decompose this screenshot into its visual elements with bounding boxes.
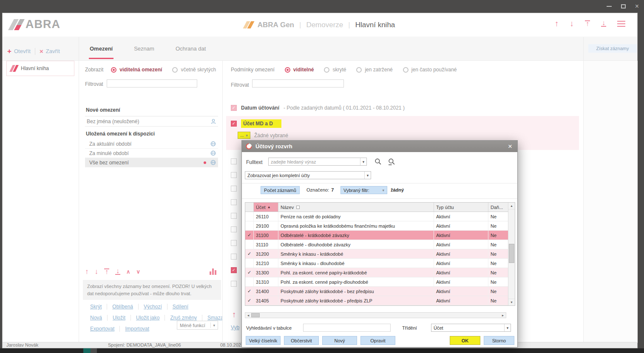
move-top-icon[interactable]: ↑ <box>104 268 109 275</box>
open-button[interactable]: + Otevřít <box>7 48 31 55</box>
tab[interactable]: Omezení <box>90 37 113 60</box>
condition-checkbox[interactable] <box>231 281 237 287</box>
check-column-header[interactable] <box>245 203 254 212</box>
account-picker-button[interactable]: ... ▾ <box>238 132 250 139</box>
radio-option[interactable]: viditelné <box>285 67 314 73</box>
move-down-icon[interactable]: ↓ <box>95 268 99 275</box>
radio-option[interactable]: jen často používané <box>403 67 457 73</box>
table-row[interactable]: ✓ 31200 Směnky k inkasu - krátkodobé Akt… <box>245 249 508 259</box>
table-row[interactable]: 26110 Peníze na cestě do pokladny Aktivn… <box>245 212 508 221</box>
menu-icon[interactable] <box>617 21 625 27</box>
table-row[interactable]: ✓ 31405 Poskytnuté zálohy krátkodobé - p… <box>245 296 508 305</box>
last-record-icon[interactable]: ↓ <box>601 20 606 27</box>
sidebar-item-hlavni-kniha[interactable]: Hlavní kniha <box>6 61 74 76</box>
condition-checkbox[interactable] <box>231 199 237 205</box>
modal-titlebar[interactable]: Účtový rozvrh × <box>242 141 517 152</box>
view-filter-dropdown[interactable]: Zobrazovat jen kompletní účty ▾ <box>245 171 371 179</box>
dialog-button[interactable]: Velký číselník <box>246 336 281 345</box>
close-dialog-icon[interactable]: × <box>507 143 513 150</box>
link[interactable]: Importovat <box>120 326 154 332</box>
account-condition-checkbox[interactable]: ✓ <box>231 121 237 127</box>
link[interactable]: Uložit <box>108 315 131 321</box>
close-button[interactable]: × Zavřít <box>40 48 60 54</box>
fulltext-input[interactable] <box>269 159 360 164</box>
scroll-down-icon[interactable]: ▼ <box>508 299 515 305</box>
tab[interactable]: Ochrana dat <box>176 37 206 60</box>
table-row[interactable]: ✓ 31400 Poskytnuté zálohy krátkodobé - b… <box>245 287 508 296</box>
link[interactable]: Oblíbená <box>107 304 139 310</box>
prev-record-icon[interactable]: ↑ <box>555 20 559 28</box>
table-row[interactable]: ✓ 31300 Pohl. za eskont. cenné papíry-kr… <box>245 268 508 277</box>
dialog-button[interactable]: Občerstvit <box>284 336 319 345</box>
link[interactable]: Uložit jako <box>131 315 165 321</box>
first-record-icon[interactable]: ↑ <box>585 20 590 27</box>
move-up-icon[interactable]: ↑ <box>85 268 89 275</box>
table-row[interactable]: 31110 Odběratelé - dlouhodobé závazky Ak… <box>245 240 508 249</box>
table-row[interactable]: 31210 Směnky k inkasu - dlouhodobé Aktiv… <box>245 259 508 268</box>
next-record-icon[interactable]: ↓ <box>570 20 574 28</box>
table-search-input[interactable] <box>303 324 391 332</box>
conditions-filter-input[interactable] <box>252 79 344 88</box>
partial-link[interactable]: Vyb <box>231 325 239 330</box>
advanced-search-icon[interactable] <box>388 158 395 165</box>
condition-checkbox[interactable] <box>231 172 237 178</box>
record-count-button[interactable]: Počet záznamů <box>261 186 300 194</box>
link[interactable]: Skrýt <box>85 304 107 310</box>
saved-restriction-item[interactable]: Za minulé období <box>85 149 218 158</box>
minimize-icon[interactable] <box>607 6 612 7</box>
link[interactable]: Exportovat <box>85 326 120 332</box>
scrollbar-thumb[interactable] <box>251 313 260 317</box>
condition-checkbox[interactable] <box>231 254 237 260</box>
scrollbar-thumb[interactable] <box>509 244 514 263</box>
filter-input[interactable] <box>107 79 197 88</box>
table-row[interactable]: 29100 Opravná položka ke krátkodobému fi… <box>245 221 508 231</box>
scroll-up-icon[interactable]: ↑ <box>232 311 236 319</box>
condition-checkbox[interactable] <box>231 186 237 192</box>
condition-checkbox[interactable]: ✓ <box>231 267 237 273</box>
account-column-header[interactable]: Účet ▲ <box>254 203 278 212</box>
radio-option[interactable]: včetně skrytých <box>172 67 216 73</box>
less-functions-button[interactable]: Méně funkcí ▾ <box>177 321 218 330</box>
move-bottom-icon[interactable]: ↓ <box>115 268 120 275</box>
condition-checkbox[interactable] <box>231 226 237 232</box>
scroll-left-icon[interactable]: ◄ <box>245 313 251 318</box>
scroll-up-icon[interactable]: ▲ <box>508 203 515 209</box>
link[interactable]: Nová <box>85 315 108 321</box>
table-row[interactable]: ✓ 31100 Odběratelé - krátkodobé závazky … <box>245 231 508 240</box>
horizontal-scrollbar[interactable]: ◄ ► <box>245 312 506 318</box>
collapse-icon[interactable]: ∧ <box>126 268 131 275</box>
tab[interactable]: Seznam <box>134 37 154 60</box>
radio-option[interactable]: jen zatržené <box>356 67 392 73</box>
selected-filter-dropdown[interactable]: Vybraný filtr: ▾ <box>340 186 387 194</box>
scroll-right-icon[interactable]: ► <box>500 313 506 318</box>
link[interactable]: Sdílení <box>167 304 193 310</box>
maximize-icon[interactable] <box>621 4 626 8</box>
saved-restriction-item[interactable]: Vše bez omezení <box>85 158 218 167</box>
date-condition-checkbox[interactable]: ✓ <box>231 105 237 111</box>
tax-column-header[interactable]: Daň... <box>488 203 508 212</box>
condition-checkbox[interactable] <box>231 213 237 219</box>
saved-restriction-item[interactable]: Za aktuální období <box>85 139 218 149</box>
cancel-button[interactable]: Storno <box>484 336 514 345</box>
table-row[interactable]: 31310 Pohl. za eskont. cenné papíry-dlou… <box>245 277 508 287</box>
link[interactable]: Zruš změny <box>165 315 202 321</box>
condition-checkbox[interactable] <box>231 158 237 164</box>
search-icon[interactable] <box>374 158 382 165</box>
radio-option[interactable]: skryté <box>324 67 346 73</box>
name-column-header[interactable]: Název <box>278 203 434 212</box>
expand-icon[interactable]: ∨ <box>136 268 141 275</box>
type-column-header[interactable]: Typ účtu <box>434 203 488 212</box>
link[interactable]: Výchozí <box>139 304 167 310</box>
radio-option[interactable]: viditelná omezení <box>111 67 162 73</box>
sort-dropdown[interactable]: Účet ▾ <box>431 324 511 332</box>
ok-button[interactable]: OK <box>450 336 480 345</box>
dialog-button[interactable]: Nový <box>322 336 357 345</box>
chart-icon[interactable] <box>210 268 216 275</box>
unsaved-restriction-item[interactable]: Bez jména (neuložené) <box>85 116 218 127</box>
get-records-button[interactable]: Získat záznamy <box>588 44 637 53</box>
close-window-icon[interactable]: × <box>635 3 639 10</box>
vertical-scrollbar[interactable]: ▲ ▼ <box>508 203 515 305</box>
dialog-button[interactable]: Opravit <box>360 336 395 345</box>
condition-checkbox[interactable] <box>231 240 237 246</box>
chevron-down-icon[interactable]: ▾ <box>360 158 366 165</box>
